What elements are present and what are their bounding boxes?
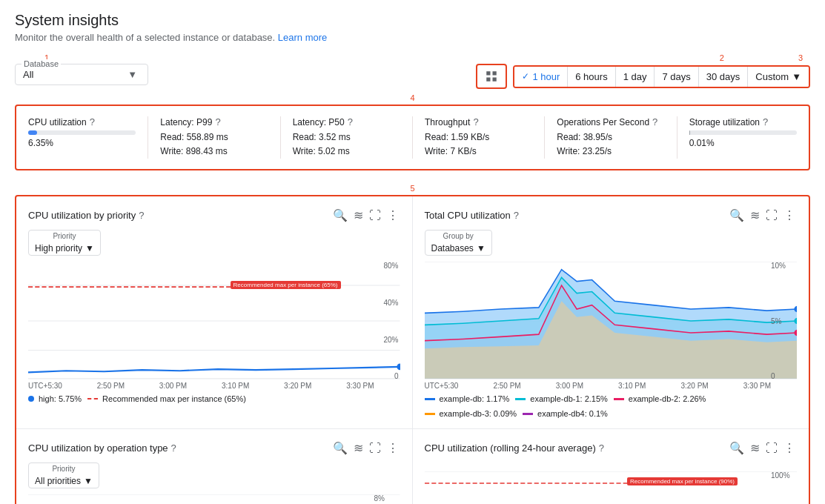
- database-filter-value: All: [23, 69, 33, 80]
- metric-cpu-help-icon[interactable]: ?: [90, 116, 95, 127]
- chart-cpu-rolling-fullscreen-icon[interactable]: ⛶: [764, 440, 779, 457]
- callout-2: 2: [720, 53, 724, 62]
- metric-p50-label: Latency: P50: [293, 117, 345, 127]
- chart-total-cpu-fullscreen-icon[interactable]: ⛶: [764, 207, 779, 224]
- chart-total-cpu-more-icon[interactable]: ⋮: [782, 207, 797, 224]
- legend-recommended: Recommended max per instance (65%): [87, 394, 246, 403]
- op-y-label-8: 8%: [374, 494, 400, 503]
- metric-storage-label: Storage utilization: [689, 117, 760, 127]
- metric-p50-read: Read: 3.52 ms: [293, 130, 400, 145]
- x2-label-250pm: 2:50 PM: [493, 382, 520, 390]
- time-range-group: ✓ 1 hour 6 hours 1 day 7 days 30 days Cu…: [513, 65, 810, 88]
- priority-filter-value: High priority: [35, 243, 82, 253]
- metric-storage: Storage utilization ? 0.01%: [689, 116, 797, 159]
- metric-cpu-label: CPU utilization: [28, 117, 87, 127]
- metric-storage-help-icon[interactable]: ?: [763, 116, 768, 127]
- x-label-320pm: 3:20 PM: [284, 382, 311, 390]
- metric-p50-write: Write: 5.02 ms: [293, 145, 400, 159]
- metric-storage-value: 0.01%: [689, 138, 797, 148]
- time-6hours-button[interactable]: 6 hours: [568, 67, 615, 87]
- total-y-label-10: 10%: [771, 262, 797, 270]
- groupby-filter-label: Group by: [443, 232, 474, 240]
- x-label-utc: UTC+5:30: [28, 382, 62, 390]
- time-7days-button[interactable]: 7 days: [655, 67, 698, 87]
- svg-rect-1: [493, 71, 497, 75]
- metric-p99-write: Write: 898.43 ms: [160, 145, 268, 159]
- chart-cpu-rolling-help-icon[interactable]: ?: [599, 442, 604, 454]
- y-label-0: 0: [376, 372, 399, 380]
- chart-total-cpu-help-icon[interactable]: ?: [514, 210, 519, 221]
- legend-db3: example-db-3: 0.09%: [425, 409, 517, 418]
- rolling-y-label-100: 100%: [771, 471, 797, 480]
- chart-cpu-priority-fullscreen-icon[interactable]: ⛶: [368, 207, 382, 224]
- x2-label-320pm: 3:20 PM: [680, 382, 708, 390]
- custom-dropdown-icon: ▼: [792, 71, 801, 82]
- grid-view-button[interactable]: [476, 64, 507, 89]
- chart-cpu-operation-legend-icon[interactable]: ≋: [352, 440, 365, 457]
- chart-cpu-priority: CPU utilization by priority ? 🔍 ≋ ⛶ ⋮ Pr…: [16, 196, 413, 429]
- chart-cpu-rolling-more-icon[interactable]: ⋮: [782, 440, 797, 457]
- y-label-20: 20%: [376, 336, 399, 344]
- chart-cpu-operation-fullscreen-icon[interactable]: ⛶: [368, 440, 382, 457]
- chart-total-cpu-legend-icon[interactable]: ≋: [749, 207, 761, 224]
- chart-cpu-operation-more-icon[interactable]: ⋮: [385, 440, 400, 457]
- y-label-80: 80%: [376, 262, 399, 270]
- metric-throughput-write: Write: 7 KB/s: [425, 145, 532, 159]
- metric-p99-label: Latency: P99: [160, 117, 212, 127]
- metric-ops-help-icon[interactable]: ?: [652, 116, 657, 127]
- dropdown-arrow-icon: ▼: [127, 69, 137, 80]
- metric-p50-help-icon[interactable]: ?: [348, 116, 353, 127]
- metric-ops-write: Write: 23.25/s: [557, 145, 664, 159]
- chart-cpu-priority-zoom-icon[interactable]: 🔍: [331, 207, 349, 224]
- metric-p50: Latency: P50 ? Read: 3.52 ms Write: 5.02…: [293, 116, 413, 159]
- learn-more-link[interactable]: Learn more: [278, 32, 327, 43]
- operation-filter[interactable]: Priority All priorities ▼: [28, 462, 99, 488]
- metric-ops: Operations Per Second ? Read: 38.95/s Wr…: [557, 116, 677, 159]
- metric-throughput-help-icon[interactable]: ?: [473, 116, 478, 127]
- metric-throughput-label: Throughput: [425, 117, 470, 127]
- time-custom-button[interactable]: Custom ▼: [748, 67, 809, 87]
- metrics-bar: CPU utilization ? 6.35% Latency: P99 ? R…: [15, 105, 810, 170]
- chart-cpu-rolling-zoom-icon[interactable]: 🔍: [728, 440, 746, 457]
- chart-total-cpu: Total CPU utilization ? 🔍 ≋ ⛶ ⋮ Group by: [413, 196, 809, 429]
- x-label-300pm: 3:00 PM: [159, 382, 187, 390]
- chart-cpu-priority-more-icon[interactable]: ⋮: [385, 207, 400, 224]
- chart-cpu-priority-help-icon[interactable]: ?: [139, 210, 144, 221]
- x-label-250pm: 2:50 PM: [97, 382, 125, 390]
- metric-p99-help-icon[interactable]: ?: [215, 116, 220, 127]
- recommended-label-cpu-priority: Recommended max per instance (65%): [231, 281, 341, 289]
- recommended-label-cpu-rolling: Recommended max per instance (90%): [627, 477, 738, 485]
- database-filter[interactable]: Database All ▼: [15, 64, 148, 85]
- metric-throughput-read: Read: 1.59 KB/s: [425, 130, 532, 145]
- chart-cpu-rolling-legend-icon[interactable]: ≋: [749, 440, 761, 457]
- charts-section: CPU utilization by priority ? 🔍 ≋ ⛶ ⋮ Pr…: [15, 195, 810, 504]
- x2-label-310pm: 3:10 PM: [618, 382, 646, 390]
- operation-filter-value: All priorities: [35, 476, 81, 486]
- chart-total-cpu-zoom-icon[interactable]: 🔍: [728, 207, 746, 224]
- chart-cpu-operation: CPU utilization by operation type ? 🔍 ≋ …: [16, 429, 413, 504]
- chart-cpu-rolling-title: CPU utilization (rolling 24-hour average…: [425, 442, 596, 454]
- operation-dropdown-icon: ▼: [84, 476, 93, 486]
- metric-cpu-value: 6.35%: [28, 138, 136, 148]
- priority-dropdown-icon: ▼: [85, 243, 94, 253]
- time-1hour-button[interactable]: ✓ 1 hour: [514, 67, 568, 87]
- operation-filter-label: Priority: [52, 465, 75, 473]
- chart-cpu-operation-zoom-icon[interactable]: 🔍: [331, 440, 349, 457]
- x-label-330pm: 3:30 PM: [346, 382, 374, 390]
- x2-label-330pm: 3:30 PM: [743, 382, 771, 390]
- legend-db4: example-db4: 0.1%: [523, 409, 608, 418]
- x2-label-300pm: 3:00 PM: [556, 382, 583, 390]
- priority-filter[interactable]: Priority High priority ▼: [28, 230, 101, 256]
- chart-cpu-priority-legend-icon[interactable]: ≋: [352, 207, 365, 224]
- chart-cpu-operation-title: CPU utilization by operation type: [28, 442, 168, 454]
- groupby-filter[interactable]: Group by Databases ▼: [425, 230, 492, 256]
- svg-rect-0: [487, 71, 491, 75]
- total-y-label-0: 0: [771, 372, 797, 380]
- x2-label-utc: UTC+5:30: [425, 382, 459, 390]
- chart-total-cpu-title: Total CPU utilization: [425, 210, 511, 221]
- chart-cpu-operation-help-icon[interactable]: ?: [171, 442, 176, 454]
- x-label-310pm: 3:10 PM: [222, 382, 249, 390]
- page-title: System insights: [15, 12, 810, 29]
- time-30days-button[interactable]: 30 days: [699, 67, 749, 87]
- time-1day-button[interactable]: 1 day: [616, 67, 655, 87]
